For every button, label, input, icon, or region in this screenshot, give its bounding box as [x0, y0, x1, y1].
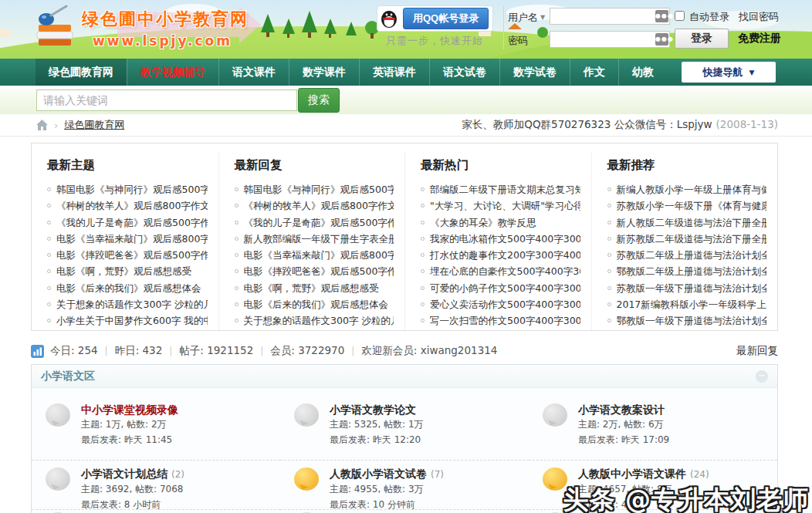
quick-nav-label: 快捷导航 [703, 66, 743, 79]
new-post-count: (7) [431, 469, 444, 480]
topic-link[interactable]: 电影《摔跤吧爸爸》观后感500字作文 [244, 265, 394, 277]
topic-link[interactable]: 电影《啊，荒野》观后感想感受 [244, 282, 379, 294]
quick-nav-button[interactable]: 快捷导航 ▼ [682, 62, 776, 83]
topic-link[interactable]: 《我的儿子是奇葩》观后感500字作文 [56, 217, 208, 228]
topic-link[interactable]: 韩国电影《与神同行》观后感500字作 [56, 184, 208, 195]
nav-item-8[interactable]: 幼教 [618, 59, 667, 86]
list-item: 新苏教版二年级道德与法治下册全册教 [607, 231, 767, 247]
topic-link[interactable]: 《大象的耳朵》教学反思 [430, 217, 536, 228]
forum-row: 中小学课堂视频录像主题: 1万, 帖数: 2万最后发表: 昨天 11:45小学语… [32, 388, 777, 461]
forum-board-stats: 主题: 3692, 帖数: 7068 [81, 482, 184, 496]
home-icon[interactable] [36, 120, 48, 130]
username-label: 用户名▼ [508, 11, 545, 25]
password-input[interactable] [550, 31, 670, 48]
forum-board-link[interactable]: 人教版中小学语文课件 [578, 467, 686, 480]
forum-board-item[interactable]: 小学语文教学论文主题: 5325, 帖数: 1万最后发表: 昨天 12:20 [280, 388, 529, 461]
input-expand-icon[interactable]: ●●● [655, 10, 668, 22]
topic-link[interactable]: 可爱的小鸽子作文500字400字300字 [430, 282, 580, 294]
search-button[interactable]: 搜索 [298, 88, 340, 113]
forum-board-item[interactable] [32, 510, 280, 513]
forum-board-item[interactable]: 小学语文教案设计主题: 2万, 帖数: 6万最后发表: 昨天 17:09 [529, 388, 777, 461]
topic-link[interactable]: 电影《当幸福来敲门》观后感800字作 [244, 249, 394, 261]
topic-link[interactable]: 《种树的牧羊人》观后感800字作文 [56, 200, 208, 211]
bullet-icon [421, 319, 425, 322]
topic-link[interactable]: 关于想象的话题作文300字 沙粒的几十 [56, 299, 208, 310]
nav-item-4[interactable]: 英语课件 [359, 59, 429, 86]
chevron-down-icon[interactable]: ▼ [540, 14, 545, 21]
qq-penguin-icon [380, 8, 398, 29]
input-expand-icon[interactable]: ●●● [655, 33, 668, 46]
forum-board-item[interactable] [280, 510, 529, 513]
forum-board-link[interactable]: 小学语文教案设计 [578, 403, 665, 416]
topic-link[interactable]: 新人教部编版一年级下册生字表全册描 [244, 233, 394, 245]
topic-link[interactable]: 鄂教版一年级下册道德与法治计划全册 [617, 315, 767, 326]
nav-item-5[interactable]: 语文试卷 [429, 59, 499, 86]
stat-item: 今日: 254 [50, 344, 98, 358]
topic-link[interactable]: 《种树的牧羊人》观后感800字作文 [244, 200, 394, 211]
speech-bubble-icon [46, 403, 72, 427]
find-password-link[interactable]: 找回密码 [739, 10, 779, 24]
collapse-icon[interactable]: − [756, 370, 768, 383]
bullet-icon [47, 286, 51, 290]
forum-board-link[interactable]: 小学语文计划总结 [81, 467, 167, 480]
topic-link[interactable]: 电影《啊，荒野》观后感想感受 [56, 265, 191, 277]
forum-board-item[interactable]: 人教版小学语文试卷(7)主题: 4955, 帖数: 3万最后发表: 10 分钟前 [280, 461, 529, 510]
breadcrumb-home-link[interactable]: 绿色圃教育网 [64, 118, 124, 132]
site-logo[interactable]: 绿色圃中小学教育网 www.lspjy.com [32, 5, 249, 51]
list-item: 电影《当幸福来敲门》观后感800字作 [47, 231, 208, 247]
topic-link[interactable]: 苏教版一年级下册道德与法治计划全册 [617, 282, 767, 294]
topic-link[interactable]: 新人教版二年级道德与法治下册全册教 [617, 217, 767, 228]
topic-link[interactable]: 苏教版二年级上册道德与法治计划全册 [617, 249, 767, 261]
nav-item-3[interactable]: 数学课件 [289, 59, 359, 86]
forum-board-stats: 主题: 4955, 帖数: 3万 [330, 482, 444, 496]
nav-item-0[interactable]: 绿色圃教育网 [36, 59, 127, 86]
topic-link[interactable]: 部编版二年级下册语文期末总复习知识 [430, 184, 580, 195]
topic-link[interactable]: 小学生关于中国梦作文600字 我的中国 [56, 315, 208, 326]
forum-board-item[interactable]: 小学语文计划总结(2)主题: 3692, 帖数: 7068最后发表: 8 小时前 [32, 461, 280, 510]
username-input[interactable] [550, 8, 670, 25]
nav-item-7[interactable]: 作文 [570, 59, 618, 86]
topic-link[interactable]: 电影《后来的我们》观后感想体会 [56, 282, 201, 294]
forum-board-link[interactable]: 中小学课堂视频录像 [81, 403, 178, 416]
qq-login-button[interactable]: 用QQ帐号登录 [403, 8, 489, 29]
bullet-icon [235, 319, 239, 322]
forum-board-link[interactable]: 人教版小学语文试卷 [330, 467, 427, 480]
search-input[interactable] [36, 89, 297, 111]
login-button[interactable]: 登录 [675, 29, 729, 49]
topic-link[interactable]: 2017新编教科版小学一年级科学上册 [617, 299, 767, 310]
register-link[interactable]: 免费注册 [738, 32, 781, 46]
latest-reply-link[interactable]: 最新回复 [736, 344, 778, 358]
list-item: 苏教版一年级下册道德与法治计划全册 [607, 280, 767, 296]
bullet-icon [235, 269, 239, 273]
list-item: 关于想象的话题作文300字 沙粒的几十 [47, 296, 208, 312]
topic-link[interactable]: 苏教版小学一年级下册《体育与健康》 [617, 200, 767, 211]
forum-board-link[interactable]: 小学语文教学论文 [330, 403, 416, 416]
forum-board-lastpost: 最后发表: 昨天 12:20 [330, 433, 424, 447]
bullet-icon [607, 187, 611, 191]
topic-link[interactable]: 关于想象的话题作文300字 沙粒的几十 [244, 315, 394, 326]
topic-link[interactable]: 电影《摔跤吧爸爸》观后感500字作文 [56, 249, 208, 261]
topic-link[interactable]: 鄂教版二年级上册道德与法治计划全册 [617, 265, 767, 277]
list-item: 部编版二年级下册语文期末总复习知识 [421, 181, 580, 197]
list-item: 电影《啊，荒野》观后感想感受 [235, 280, 394, 296]
topic-link[interactable]: 埋在心底的自豪作文500字400字300字 [430, 265, 580, 277]
topic-link[interactable]: 我家的电冰箱作文500字400字300字 [430, 233, 580, 245]
forum-board-item[interactable]: 中小学课堂视频录像主题: 1万, 帖数: 2万最后发表: 昨天 11:45 [32, 388, 280, 461]
nav-item-2[interactable]: 语文课件 [218, 59, 289, 86]
topic-link[interactable]: "大学习、大讨论、大调研"学习心得体 [430, 200, 580, 211]
topic-link[interactable]: 《我的儿子是奇葩》观后感500字作文 [244, 217, 394, 228]
nav-item-6[interactable]: 数学试卷 [499, 59, 570, 86]
auto-login-checkbox[interactable] [675, 11, 685, 21]
topic-link[interactable]: 新编人教版小学一年级上册体育与健康 [617, 184, 767, 195]
topic-link[interactable]: 韩国电影《与神同行》观后感500字作 [244, 184, 394, 195]
forum-section-title[interactable]: 小学语文区 [41, 370, 95, 383]
topic-link[interactable]: 新苏教版二年级道德与法治下册全册教 [617, 233, 767, 245]
bullet-icon [235, 237, 239, 241]
topic-link[interactable]: 写一次扫雪的作文500字400字300字 [430, 315, 580, 326]
topic-link[interactable]: 电影《当幸福来敲门》观后感800字作 [56, 233, 208, 245]
nav-item-1[interactable]: 教学视频辅导 [127, 59, 218, 86]
topic-link[interactable]: 爱心义卖活动作文500字400字300字 [430, 299, 580, 310]
topic-link[interactable]: 电影《后来的我们》观后感想体会 [244, 299, 389, 310]
topic-link[interactable]: 打水仗的趣事作文200字300字400字 [430, 249, 580, 261]
list-item: 《我的儿子是奇葩》观后感500字作文 [47, 214, 208, 231]
